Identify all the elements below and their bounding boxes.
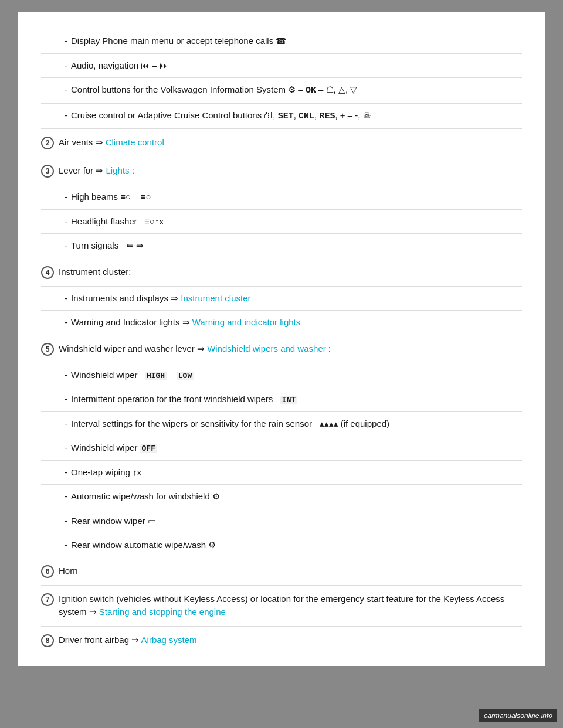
link-windshield-wipers[interactable]: Windshield wipers and washer [207, 343, 326, 353]
dash-icon: - [65, 239, 67, 253]
section-horn: 6 Horn [41, 557, 522, 586]
row-instruments-displays: - Instruments and displays ⇒ Instrument … [41, 287, 522, 311]
row-wiper-off: - Windshield wiper OFF [41, 436, 522, 461]
row-display-phone: - Display Phone main menu or accept tele… [41, 29, 522, 54]
circle-2: 2 [41, 137, 54, 149]
headlight-flasher-text: Headlight flasher ≡○↑x [71, 215, 164, 229]
wiper-high-low-text: Windshield wiper HIGH – LOW [71, 369, 194, 382]
high-label: HIGH [145, 372, 167, 380]
turn-signals-text: Turn signals ⇐ ⇒ [71, 239, 144, 253]
section-instrument-cluster: 4 Instrument cluster: [41, 258, 522, 287]
instruments-displays-text: Instruments and displays ⇒ Instrument cl… [71, 292, 250, 305]
row-cruise-control: - Cruise control or Adaptive Cruise Cont… [41, 104, 522, 130]
dash-icon: - [65, 417, 67, 431]
row-intermittent: - Intermittent operation for the front w… [41, 387, 522, 412]
circle-6: 6 [41, 565, 54, 578]
dash-icon: - [65, 215, 67, 229]
row-headlight-flasher: - Headlight flasher ≡○↑x [41, 210, 522, 234]
cruise-control-text: Cruise control or Adaptive Cruise Contro… [71, 109, 371, 124]
watermark: carmanualsonline.info [479, 709, 557, 722]
row-interval-settings: - Interval settings for the wipers or se… [41, 412, 522, 437]
dash-icon: - [65, 466, 67, 479]
dash-icon: - [65, 369, 67, 382]
lever-lights-text: Lever for ⇒ Lights : [59, 164, 522, 178]
rear-wiper-text: Rear window wiper ▭ [71, 515, 156, 528]
link-lights[interactable]: Lights [106, 165, 130, 175]
one-tap-wiping-text: One-tap wiping ↑x [71, 466, 141, 479]
link-climate-control[interactable]: Climate control [106, 137, 164, 147]
dash-icon: - [65, 292, 67, 305]
rear-auto-wipe-text: Rear window automatic wipe/wash ⚙ [71, 539, 216, 552]
circle-5: 5 [41, 343, 54, 356]
dash-icon: - [65, 393, 67, 406]
dash-icon: - [65, 441, 67, 455]
windshield-wiper-header-text: Windshield wiper and washer lever ⇒ Wind… [59, 342, 522, 356]
warning-lights-text: Warning and Indicator lights ⇒ Warning a… [71, 316, 300, 329]
int-label: INT [280, 396, 297, 404]
control-buttons-text: Control buttons for the Volkswagen Infor… [71, 83, 357, 98]
ignition-switch-text: Ignition switch (vehicles without Keyles… [59, 593, 522, 619]
dash-icon: - [65, 109, 67, 123]
interval-settings-text: Interval settings for the wipers or sens… [71, 417, 389, 431]
horn-text: Horn [59, 564, 522, 578]
dash-icon: - [65, 59, 67, 73]
row-one-tap-wiping: - One-tap wiping ↑x [41, 461, 522, 485]
dash-icon: - [65, 539, 67, 552]
display-phone-text: Display Phone main menu or accept teleph… [71, 35, 287, 48]
dash-icon: - [65, 83, 67, 97]
circle-8: 8 [41, 634, 54, 647]
row-warning-lights: - Warning and Indicator lights ⇒ Warning… [41, 311, 522, 335]
link-warning-lights[interactable]: Warning and indicator lights [192, 317, 301, 327]
dash-icon: - [65, 316, 67, 329]
low-label: LOW [177, 372, 194, 380]
circle-3: 3 [41, 165, 54, 178]
row-rear-wiper: - Rear window wiper ▭ [41, 509, 522, 534]
link-airbag-system[interactable]: Airbag system [141, 635, 197, 645]
audio-nav-text: Audio, navigation ⏮ – ⏭ [71, 59, 168, 73]
dash-icon: - [65, 515, 67, 528]
off-label: OFF [140, 444, 157, 453]
dash-icon: - [65, 490, 67, 504]
row-turn-signals: - Turn signals ⇐ ⇒ [41, 234, 522, 258]
instrument-cluster-text: Instrument cluster: [59, 266, 522, 279]
section-windshield-wiper: 5 Windshield wiper and washer lever ⇒ Wi… [41, 335, 522, 363]
main-page: - Display Phone main menu or accept tele… [18, 12, 545, 666]
row-rear-auto-wipe: - Rear window automatic wipe/wash ⚙ [41, 533, 522, 557]
row-control-buttons: - Control buttons for the Volkswagen Inf… [41, 78, 522, 104]
row-auto-wipe-wash: - Automatic wipe/wash for windshield ⚙ [41, 485, 522, 509]
driver-airbag-text: Driver front airbag ⇒ Airbag system [59, 634, 522, 647]
row-high-beams: - High beams ≡○ – ≡○ [41, 185, 522, 210]
auto-wipe-wash-text: Automatic wipe/wash for windshield ⚙ [71, 490, 220, 504]
high-beams-text: High beams ≡○ – ≡○ [71, 190, 151, 204]
circle-7: 7 [41, 593, 54, 606]
air-vents-text: Air vents ⇒ Climate control [59, 136, 522, 149]
dash-icon: - [65, 35, 67, 48]
intermittent-text: Intermittent operation for the front win… [71, 393, 297, 406]
section-driver-airbag: 8 Driver front airbag ⇒ Airbag system [41, 626, 522, 654]
row-audio-nav: - Audio, navigation ⏮ – ⏭ [41, 54, 522, 79]
circle-4: 4 [41, 266, 54, 279]
section-air-vents: 2 Air vents ⇒ Climate control [41, 129, 522, 157]
row-wiper-high-low: - Windshield wiper HIGH – LOW [41, 363, 522, 388]
dash-icon: - [65, 190, 67, 204]
wiper-off-text: Windshield wiper OFF [71, 441, 157, 455]
link-instrument-cluster[interactable]: Instrument cluster [181, 293, 250, 303]
section-ignition-switch: 7 Ignition switch (vehicles without Keyl… [41, 586, 522, 626]
section-lever-lights: 3 Lever for ⇒ Lights : [41, 157, 522, 185]
link-starting-stopping[interactable]: Starting and stopping the engine [99, 607, 226, 617]
